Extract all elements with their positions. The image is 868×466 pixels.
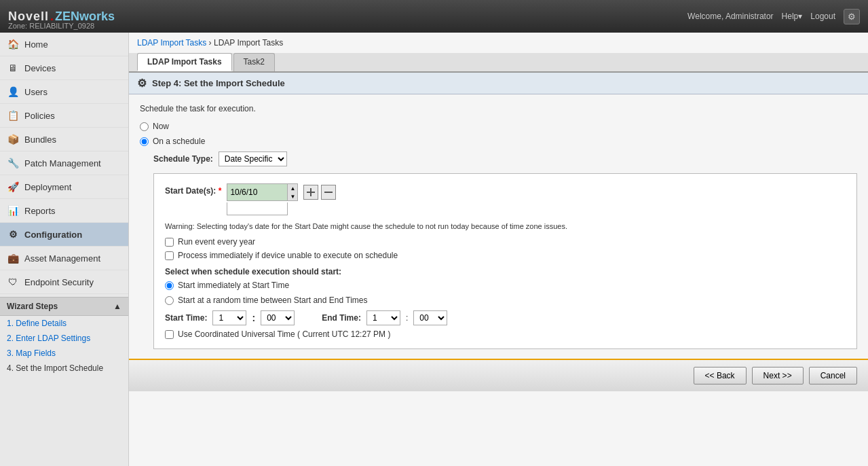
sidebar-item-label: Configuration (24, 230, 82, 240)
sidebar-item-deployment[interactable]: 🚀 Deployment (0, 175, 128, 199)
sidebar-item-configuration[interactable]: ⚙ Configuration (0, 223, 128, 247)
sidebar-item-label: Endpoint Security (24, 277, 94, 287)
tabs: LDAP Import Tasks Task2 (129, 53, 868, 73)
sidebar-item-home[interactable]: 🏠 Home (0, 33, 128, 56)
end-hour-select[interactable]: 1234 5678 9101112 (366, 310, 400, 325)
wizard-steps: Wizard Steps ▲ 1. Define Details 2. Ente… (0, 294, 128, 378)
warning-text: Warning: Selecting today's date for the … (165, 222, 626, 230)
start-time-label: Start Time: (165, 313, 207, 323)
date-spinner-up[interactable]: ▲ (288, 184, 297, 192)
schedule-type-row: Schedule Type: Date Specific Recurring E… (153, 151, 857, 166)
next-button[interactable]: Next >> (752, 367, 804, 384)
svg-rect-1 (307, 192, 315, 193)
settings-icon-btn[interactable]: ⚙ (844, 9, 860, 24)
wizard-step-2[interactable]: 2. Enter LDAP Settings (0, 331, 128, 346)
start-min-select[interactable]: 00153045 (261, 310, 295, 325)
radio-start-immediately[interactable] (165, 281, 174, 290)
collapse-icon[interactable]: ▲ (113, 302, 121, 311)
schedule-type-select[interactable]: Date Specific Recurring Event (219, 151, 287, 166)
policies-icon: 📋 (7, 109, 19, 122)
asset-icon: 💼 (7, 252, 19, 264)
logout-link[interactable]: Logout (810, 12, 835, 21)
sidebar-item-label: Devices (24, 63, 56, 73)
endpoint-icon: 🛡 (7, 276, 19, 288)
time-row: Start Time: 1234 5678 9101112 : 00153045 (165, 310, 846, 325)
date-action-btns (303, 183, 336, 200)
wizard-steps-label: Wizard Steps (7, 302, 58, 311)
patch-icon: 🔧 (7, 157, 19, 169)
sidebar: 🏠 Home 🖥 Devices 👤 Users 📋 Policies 📦 Bu… (0, 33, 129, 466)
sidebar-item-patch-management[interactable]: 🔧 Patch Management (0, 151, 128, 175)
checkbox-run-every-year-row: Run event every year (165, 237, 846, 247)
radio-on-schedule[interactable] (140, 137, 149, 146)
deployment-icon: 🚀 (7, 181, 19, 193)
add-date-btn[interactable] (303, 185, 318, 200)
end-time-label: End Time: (322, 313, 361, 323)
step-header-label: Step 4: Set the Import Schedule (152, 78, 285, 88)
breadcrumb: LDAP Import Tasks › LDAP Import Tasks (129, 33, 868, 53)
radio-start-immediately-row: Start immediately at Start Time (165, 281, 846, 290)
checkbox-process-immediately-row: Process immediately if device unable to … (165, 251, 846, 260)
schedule-description: Schedule the task for execution. (140, 104, 857, 113)
date-input-box: ▲ ▼ (227, 183, 298, 201)
svg-rect-2 (324, 192, 333, 193)
utc-label: Use Coordinated Universal Time ( Current… (178, 329, 390, 339)
sidebar-item-policies[interactable]: 📋 Policies (0, 104, 128, 128)
date-input-group: ▲ ▼ (227, 183, 298, 215)
radio-start-random-label: Start at a random time between Start and… (178, 295, 367, 305)
radio-start-random[interactable] (165, 296, 174, 305)
date-second-input[interactable] (227, 202, 288, 215)
devices-icon: 🖥 (7, 62, 19, 74)
date-input[interactable] (227, 183, 288, 201)
breadcrumb-link[interactable]: LDAP Import Tasks (137, 38, 206, 48)
sidebar-item-label: Bundles (24, 135, 56, 145)
remove-date-btn[interactable] (321, 185, 336, 200)
utc-checkbox[interactable] (165, 330, 174, 339)
end-min-select[interactable]: 00153045 (413, 310, 447, 325)
start-dates-label: Start Date(s): * (165, 183, 221, 196)
sidebar-item-label: Patch Management (24, 158, 101, 168)
cancel-button[interactable]: Cancel (809, 367, 857, 384)
sidebar-item-label: Policies (24, 111, 55, 121)
radio-now[interactable] (140, 122, 149, 131)
wizard-step-4: 4. Set the Import Schedule (0, 361, 128, 376)
sidebar-item-label: Home (24, 39, 48, 50)
wizard-step-3[interactable]: 3. Map Fields (0, 346, 128, 361)
users-icon: 👤 (7, 86, 19, 98)
tab-ldap-import-tasks[interactable]: LDAP Import Tasks (137, 53, 232, 71)
sidebar-item-label: Asset Management (24, 253, 100, 264)
radio-now-row: Now (140, 122, 857, 131)
sidebar-item-bundles[interactable]: 📦 Bundles (0, 128, 128, 151)
header-right: Welcome, Administrator Help▾ Logout ⚙ (687, 9, 860, 24)
bottom-bar: << Back Next >> Cancel (129, 359, 868, 391)
help-link[interactable]: Help▾ (782, 12, 803, 21)
time-separator-start: : (252, 312, 255, 323)
back-button[interactable]: << Back (694, 367, 747, 384)
date-spinners: ▲ ▼ (288, 183, 298, 201)
radio-start-random-row: Start at a random time between Start and… (165, 295, 846, 305)
date-spinner-down[interactable]: ▼ (288, 192, 297, 200)
start-hour-select[interactable]: 1234 5678 9101112 (212, 310, 246, 325)
sidebar-item-label: Reports (24, 206, 56, 216)
radio-now-label: Now (153, 122, 169, 131)
start-dates-row: Start Date(s): * ▲ ▼ (165, 183, 846, 215)
wizard-step-1[interactable]: 1. Define Details (0, 316, 128, 331)
wizard-steps-header: Wizard Steps ▲ (0, 297, 128, 316)
zone-info: Zone: RELIABILITY_0928 (8, 22, 94, 30)
sidebar-item-endpoint-security[interactable]: 🛡 Endpoint Security (0, 270, 128, 294)
home-icon: 🏠 (7, 38, 19, 50)
sidebar-item-asset-management[interactable]: 💼 Asset Management (0, 247, 128, 270)
bundles-icon: 📦 (7, 133, 19, 145)
sidebar-item-reports[interactable]: 📊 Reports (0, 199, 128, 223)
tab-task2[interactable]: Task2 (233, 53, 275, 71)
sidebar-item-devices[interactable]: 🖥 Devices (0, 56, 128, 80)
checkbox-run-every-year[interactable] (165, 238, 174, 247)
sidebar-item-label: Deployment (24, 182, 71, 192)
checkbox-run-every-year-label: Run event every year (178, 237, 255, 247)
schedule-start-label: Select when schedule execution should st… (165, 267, 846, 276)
radio-start-immediately-label: Start immediately at Start Time (178, 281, 289, 290)
reports-icon: 📊 (7, 204, 19, 217)
header: Novell . ZENworks Zone: RELIABILITY_0928… (0, 0, 868, 33)
sidebar-item-users[interactable]: 👤 Users (0, 80, 128, 104)
checkbox-process-immediately[interactable] (165, 251, 174, 260)
